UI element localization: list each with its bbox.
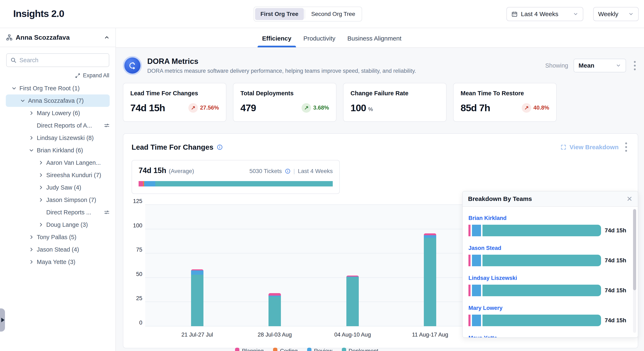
dora-metrics-icon	[123, 56, 142, 75]
breakdown-value: 74d 15h	[605, 257, 626, 264]
search-input[interactable]	[20, 57, 105, 64]
chevron-right-icon[interactable]	[29, 111, 34, 116]
gridline	[145, 229, 468, 229]
breakdown-team-link[interactable]: Jason Stead	[468, 245, 626, 251]
breakdown-team-link[interactable]: Mary Lowery	[468, 305, 626, 311]
tab-productivity[interactable]: Productivity	[304, 35, 336, 47]
tree-item[interactable]: Lindsay Liszewski (8)	[0, 132, 110, 144]
metric-card: Lead Time For Changes74d 15h↗27.56%	[123, 83, 226, 122]
granularity-select[interactable]: Weekly	[593, 7, 639, 21]
legend-swatch-coding	[273, 348, 278, 351]
aggregation-value: Mean	[578, 62, 594, 69]
scrollbar-thumb[interactable]	[633, 209, 636, 290]
tree-item[interactable]: Doug Lange (3)	[0, 218, 110, 231]
chevron-up-icon[interactable]	[104, 35, 110, 40]
sidebar-collapse-handle[interactable]	[0, 308, 5, 331]
chart-bar[interactable]	[268, 293, 281, 326]
review-segment	[472, 255, 481, 266]
filter-sliders-icon[interactable]	[104, 123, 110, 128]
tree-item-label: First Org Tree Root (1)	[20, 85, 80, 92]
chevron-right-icon[interactable]	[29, 135, 34, 140]
review-segment	[191, 270, 204, 275]
org-tree-toggle: First Org TreeSecond Org Tree	[254, 7, 362, 22]
tree-item[interactable]: Judy Saw (4)	[0, 181, 110, 194]
metric-cards: Lead Time For Changes74d 15h↗27.56%Total…	[123, 83, 638, 122]
tab-efficiency[interactable]: Efficiency	[262, 35, 292, 47]
tree-item[interactable]: Jason Stead (4)	[0, 243, 110, 256]
chevron-right-icon[interactable]	[38, 173, 43, 178]
tree-item[interactable]: Sireesha Kunduri (7)	[0, 169, 110, 181]
chevron-down-icon[interactable]	[20, 98, 25, 103]
breakdown-bar: 74d 15h	[468, 285, 626, 296]
breakdown-scrollbar[interactable]	[633, 209, 636, 333]
breakdown-row: Mary Lowery74d 15h	[468, 305, 626, 326]
tree-item[interactable]: Jason Simpson (7)	[0, 194, 110, 206]
chart-legend: PlanningCodingReviewDeployment	[145, 348, 468, 351]
tree-item[interactable]: Direct Reports of A...	[0, 119, 110, 132]
aggregation-select[interactable]: Mean	[574, 59, 626, 72]
chart-bar[interactable]	[191, 269, 204, 326]
chevron-right-icon[interactable]	[38, 197, 43, 202]
tab-business-alignment[interactable]: Business Alignment	[348, 35, 402, 47]
breakdown-team-link[interactable]: Maya Yette	[468, 335, 626, 338]
average-label: (Average)	[169, 168, 194, 174]
main-area: EfficiencyProductivityBusiness Alignment…	[116, 28, 644, 351]
tree-item[interactable]: Tony Pallas (5)	[0, 231, 110, 243]
org-toggle-option[interactable]: First Org Tree	[255, 8, 304, 20]
chevron-down-icon	[628, 11, 634, 17]
app-title: Insights 2.0	[13, 8, 64, 19]
breakdown-value: 74d 15h	[605, 317, 626, 324]
chevron-right-icon[interactable]	[29, 259, 34, 264]
org-toggle-option[interactable]: Second Org Tree	[306, 8, 360, 20]
filter-sliders-icon[interactable]	[104, 209, 110, 215]
metric-delta-value: 40.8%	[533, 105, 549, 111]
chevron-right-icon[interactable]	[29, 235, 34, 240]
chart-bar[interactable]	[424, 233, 436, 326]
tree-item[interactable]: Aaron Van Langen...	[0, 156, 110, 169]
expand-all-button[interactable]: Expand All	[75, 72, 109, 79]
review-segment	[472, 315, 481, 326]
tree-item[interactable]: Brian Kirkland (6)	[0, 144, 110, 156]
breakdown-bar: 74d 15h	[468, 255, 626, 266]
info-icon[interactable]	[217, 144, 223, 150]
metric-card: Mean Time To Restore85d 7h↗40.8%	[453, 83, 557, 122]
expand-all-icon	[75, 73, 80, 78]
date-range-select[interactable]: Last 4 Weeks	[506, 7, 583, 21]
metric-delta-value: 27.56%	[200, 105, 219, 111]
lead-time-title: Lead Time For Changes	[132, 143, 213, 151]
breakdown-bar: 74d 15h	[468, 315, 626, 326]
chart-bar[interactable]	[346, 275, 359, 326]
metric-card-unit: %	[368, 106, 373, 112]
search-icon	[10, 57, 16, 63]
breakdown-team-link[interactable]: Lindsay Liszewski	[468, 275, 626, 281]
chevron-right-icon[interactable]	[38, 222, 43, 227]
x-axis-labels: 21 Jul-27 Jul28 Jul-03 Aug04 Aug-10 Aug1…	[145, 326, 468, 341]
breakdown-team-link[interactable]: Brian Kirkland	[468, 215, 626, 221]
chevron-down-icon[interactable]	[29, 148, 34, 153]
dora-subtitle: DORA metrics measure software delivery p…	[147, 68, 416, 74]
breakdown-row: Maya Yette74d 15h	[468, 335, 626, 338]
tree-item[interactable]: Anna Scozzafava (7)	[6, 95, 110, 107]
tree-item[interactable]: Maya Yette (3)	[0, 256, 110, 268]
chevron-down-icon[interactable]	[12, 86, 16, 91]
lead-time-kebab-menu[interactable]	[623, 141, 630, 153]
x-tick-label: 28 Jul-03 Aug	[258, 331, 292, 338]
tree-item[interactable]: Direct Reports ...	[0, 206, 110, 218]
close-icon[interactable]: ✕	[627, 195, 633, 202]
metric-delta-badge: ↗27.56%	[188, 103, 219, 113]
gridline	[145, 253, 468, 253]
chevron-right-icon[interactable]	[38, 160, 43, 165]
sidebar-header[interactable]: Anna Scozzafava	[0, 28, 116, 47]
view-breakdown-button[interactable]: View Breakdown	[560, 144, 618, 151]
x-tick-label: 21 Jul-27 Jul	[181, 331, 213, 338]
metric-card-title: Mean Time To Restore	[460, 90, 549, 97]
sidebar: Anna Scozzafava Expand All First Org Tre…	[0, 28, 116, 351]
tree-item[interactable]: First Org Tree Root (1)	[0, 82, 110, 95]
chevron-right-icon[interactable]	[38, 185, 43, 190]
dora-kebab-menu[interactable]	[632, 59, 638, 72]
chevron-right-icon[interactable]	[29, 247, 34, 252]
tree-item-label: Mary Lowery (6)	[37, 110, 80, 117]
tree-item[interactable]: Mary Lowery (6)	[0, 107, 110, 119]
breakdown-bar: 74d 15h	[468, 225, 626, 236]
info-icon[interactable]	[285, 168, 290, 174]
